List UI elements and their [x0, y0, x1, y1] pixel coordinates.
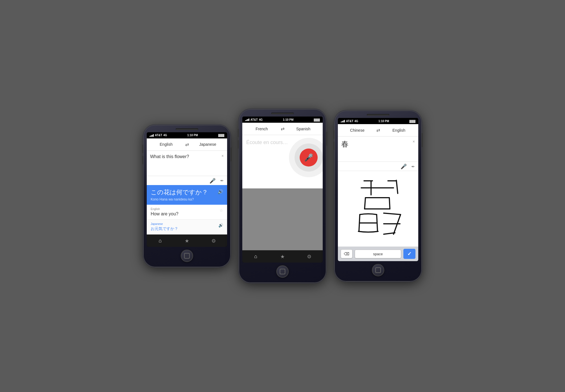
handwriting-svg [344, 172, 412, 245]
status-left-2: AT&T 4G [245, 118, 263, 121]
signal-icon [150, 134, 154, 137]
battery-icon: ▓▓▓ [218, 134, 224, 137]
signal-icon-2 [245, 118, 249, 121]
voice-button-container: 🎤 [289, 138, 323, 177]
tab-home-2[interactable]: ⌂ [242, 254, 269, 259]
tab-settings-2[interactable]: ⚙ [296, 254, 323, 260]
empty-translation-area [242, 188, 323, 250]
home-button[interactable] [181, 250, 193, 262]
phone-1: AT&T 4G 1:10 PM ▓▓▓ English ⇄ Japanese W… [143, 125, 230, 267]
input-area[interactable]: What is this flower? × [147, 151, 227, 176]
speaker-grill [176, 128, 198, 130]
time-label-3: 1:10 PM [378, 120, 389, 123]
transliteration-text: Kono Hana wa nanidesu ka? [151, 197, 223, 201]
language-bar-2: French ⇄ Spanish [242, 123, 323, 135]
phone-bottom [147, 247, 227, 264]
phone-2-top [242, 113, 323, 114]
speak-history-button-2[interactable]: 🔊 [218, 223, 223, 227]
tab-home[interactable]: ⌂ [147, 238, 173, 244]
phone-2-screen: AT&T 4G 1:10 PM ▓▓▓ French ⇄ Spanish Éco… [242, 117, 323, 263]
phone-2-body: AT&T 4G 1:10 PM ▓▓▓ French ⇄ Spanish Éco… [239, 109, 326, 283]
translation-result: この花は何ですか？ Kono Hana wa nanidesu ka? 🔊 [147, 185, 227, 205]
phone-3-body: AT&T 4G 1:10 PM ▓▓▓ Chinese ⇄ English 春 … [335, 111, 422, 281]
history-text-1: How are you? [151, 211, 223, 216]
history-text-2: お元気ですか？ [151, 226, 223, 231]
voice-input-area[interactable]: Écoute en cours… 🎤 [242, 135, 323, 188]
clear-input-button[interactable]: × [222, 154, 224, 158]
handwriting-icon-3[interactable]: ✒ [411, 164, 415, 169]
phone-3-screen: AT&T 4G 1:10 PM ▓▓▓ Chinese ⇄ English 春 … [338, 118, 418, 261]
history-item-2: Japanese お元気ですか？ 🔊 [147, 220, 227, 234]
battery-icon-3: ▓▓▓ [409, 120, 415, 123]
handwriting-canvas[interactable] [338, 171, 418, 247]
volume-up-button[interactable] [142, 145, 143, 153]
carrier-label-2: AT&T [250, 118, 258, 121]
language-bar: English ⇄ Japanese [147, 138, 227, 151]
handwriting-icon[interactable]: ✒ [220, 178, 224, 183]
phone-3-bottom [338, 261, 418, 278]
language-bar-3: Chinese ⇄ English [338, 124, 418, 136]
target-lang-button-3[interactable]: English [382, 128, 415, 133]
voice-outer-ring: 🎤 [289, 138, 323, 177]
phone-3-top [338, 114, 418, 116]
phone-2: AT&T 4G 1:10 PM ▓▓▓ French ⇄ Spanish Éco… [239, 109, 326, 283]
status-bar-3: AT&T 4G 1:10 PM ▓▓▓ [338, 118, 418, 124]
target-lang-button[interactable]: Japanese [191, 142, 224, 147]
network-label: 4G [163, 134, 167, 137]
microphone-icon-3[interactable]: 🎤 [401, 163, 407, 170]
time-label: 1:10 PM [187, 134, 198, 137]
swap-languages-button-2[interactable]: ⇄ [278, 126, 287, 131]
volume-up-button-2[interactable] [238, 129, 239, 137]
speaker-grill-3 [367, 114, 389, 116]
confirm-button[interactable]: ✓ [403, 249, 415, 259]
home-button-inner-2 [280, 269, 285, 274]
tab-bar: ⌂ ★ ⚙ [147, 234, 227, 247]
phone-top [147, 128, 227, 130]
voice-hint-text: Écoute en cours… [246, 140, 288, 145]
phone-1-screen: AT&T 4G 1:10 PM ▓▓▓ English ⇄ Japanese W… [147, 132, 227, 247]
power-button[interactable] [230, 147, 232, 161]
delete-button[interactable]: ⌫ [341, 249, 352, 258]
swap-languages-button[interactable]: ⇄ [183, 142, 191, 147]
power-button-2[interactable] [326, 132, 327, 146]
tab-settings[interactable]: ⚙ [200, 238, 227, 244]
microphone-icon[interactable]: 🎤 [209, 178, 216, 184]
clear-chinese-input-button[interactable]: × [413, 139, 415, 144]
history-item-1: English How are you? ☆ [147, 205, 227, 220]
home-button-inner-3 [375, 267, 381, 273]
volume-down-button-3[interactable] [333, 142, 335, 150]
handwriting-toolbar: ⌫ space ✓ [338, 247, 418, 261]
volume-up-button-3[interactable] [333, 130, 335, 139]
time-label-2: 1:10 PM [283, 118, 293, 121]
speak-result-button[interactable]: 🔊 [218, 189, 223, 194]
source-lang-button-2[interactable]: French [245, 127, 278, 131]
input-text: What is this flower? [150, 154, 224, 160]
chinese-input-area[interactable]: 春 × [338, 136, 418, 162]
space-button[interactable]: space [355, 250, 401, 258]
voice-mic-button[interactable]: 🎤 [300, 149, 318, 167]
tab-favorites-2[interactable]: ★ [269, 254, 296, 260]
status-left-3: AT&T 4G [341, 120, 358, 123]
speaker-grill-2 [271, 113, 294, 114]
home-button-3[interactable] [372, 264, 384, 276]
carrier-label: AT&T [155, 134, 162, 137]
swap-languages-button-3[interactable]: ⇄ [374, 127, 382, 133]
source-lang-button-3[interactable]: Chinese [341, 128, 374, 133]
tab-favorites[interactable]: ★ [173, 238, 200, 244]
battery-icon-2: ▓▓▓ [314, 118, 320, 121]
target-lang-button-2[interactable]: Spanish [287, 127, 320, 131]
history-lang-2: Japanese [151, 222, 223, 225]
phone-1-body: AT&T 4G 1:10 PM ▓▓▓ English ⇄ Japanese W… [143, 125, 230, 267]
volume-down-button[interactable] [142, 156, 143, 164]
volume-down-button-2[interactable] [238, 140, 239, 149]
home-button-inner [184, 253, 190, 259]
favorite-button-1[interactable]: ☆ [220, 208, 223, 213]
status-left: AT&T 4G [150, 134, 167, 137]
network-label-3: 4G [354, 120, 358, 123]
power-button-3[interactable] [422, 133, 423, 147]
home-button-2[interactable] [276, 265, 289, 278]
source-lang-button[interactable]: English [150, 142, 183, 147]
tab-bar-2: ⌂ ★ ⚙ [242, 250, 323, 263]
phone-2-bottom [242, 263, 323, 279]
voice-inner-ring: 🎤 [295, 143, 323, 172]
